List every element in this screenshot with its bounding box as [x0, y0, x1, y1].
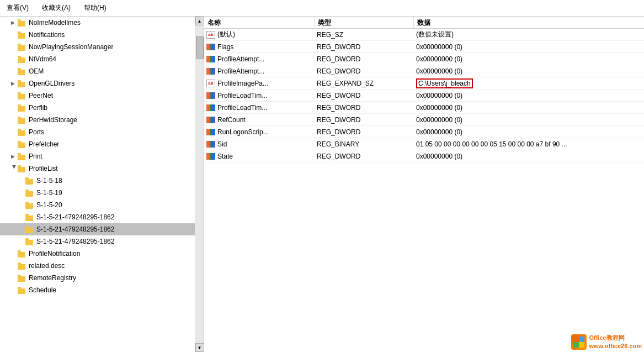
- table-row-profileloadtime1[interactable]: ProfileLoadTim... REG_DWORD 0x00000000 (…: [204, 90, 644, 102]
- table-row-flags[interactable]: Flags REG_DWORD 0x00000000 (0): [204, 41, 644, 53]
- tree-item-s1520[interactable]: S-1-5-20: [0, 199, 195, 211]
- tree-label: Prefetcher: [29, 140, 59, 148]
- folder-icon: [18, 104, 26, 112]
- tree-item-ntvdm64[interactable]: NtVdm64: [0, 53, 195, 65]
- reg-icon-dword: [206, 104, 215, 112]
- row-name-runlogonscript: RunLogonScrip...: [204, 128, 315, 136]
- row-data-default: (数值未设置): [414, 30, 644, 39]
- folder-icon: [18, 128, 26, 136]
- table-row-profileimagepath[interactable]: ab ProfileImagePa... REG_EXPAND_SZ C:\Us…: [204, 77, 644, 90]
- tree-item-nowplaying[interactable]: NowPlayingSessionManager: [0, 41, 195, 53]
- tree-item-ports[interactable]: Ports: [0, 126, 195, 138]
- row-type-state: REG_DWORD: [315, 153, 414, 160]
- tree-label: PerHwIdStorage: [29, 116, 77, 124]
- tree-item-schedule[interactable]: Schedule: [0, 284, 195, 296]
- row-type-profileloadtime1: REG_DWORD: [315, 92, 414, 99]
- folder-icon: [25, 238, 34, 245]
- row-name-label: ProfileLoadTim...: [217, 104, 267, 112]
- folder-icon: [18, 153, 26, 160]
- expand-arrow-profilelist: ▶: [12, 165, 17, 172]
- folder-icon: [25, 189, 34, 197]
- folder-icon: [18, 140, 26, 148]
- branding: Office教程网 www.office26.com: [571, 334, 642, 350]
- tree-label: S-1-5-21-479248295-1862: [36, 225, 114, 233]
- scroll-up-arrow[interactable]: ▲: [195, 17, 204, 25]
- svg-rect-2: [211, 44, 214, 50]
- table-row-sid[interactable]: Sid REG_BINARY 01 05 00 00 00 00 00 00 0…: [204, 138, 644, 150]
- expand-arrow: ▶: [11, 20, 18, 25]
- tree-item-s1519[interactable]: S-1-5-19: [0, 187, 195, 199]
- table-row-profileattempt2[interactable]: ProfileAttempt... REG_DWORD 0x00000000 (…: [204, 65, 644, 77]
- tree-label: S-1-5-19: [36, 189, 62, 197]
- tree-item-peernet[interactable]: PeerNet: [0, 90, 195, 102]
- row-name-label: Sid: [217, 140, 227, 148]
- scroll-thumb[interactable]: [196, 36, 204, 59]
- tree-item-perflib[interactable]: Perflib: [0, 102, 195, 114]
- tree-item-relateddesc[interactable]: related.desc: [0, 260, 195, 272]
- tree-item-noime[interactable]: ▶ NoImeModelImes: [0, 17, 195, 29]
- tree-item-profilelist[interactable]: ▶ ProfileList: [0, 162, 195, 175]
- tree-item-notifications[interactable]: Notifications: [0, 29, 195, 41]
- reg-icon-dword: [206, 128, 215, 136]
- svg-rect-24: [206, 129, 209, 135]
- tree-label: Notifications: [29, 31, 65, 39]
- reg-icon-ab: ab: [206, 80, 215, 87]
- table-row-runlogonscript[interactable]: RunLogonScrip... REG_DWORD 0x00000000 (0…: [204, 126, 644, 138]
- tree-item-perhwld[interactable]: PerHwIdStorage: [0, 114, 195, 126]
- tree-item-oem[interactable]: OEM: [0, 65, 195, 77]
- folder-icon: [18, 43, 26, 51]
- values-panel: 名称 类型 数据 ab (默认) REG_SZ (数值未设置): [204, 17, 644, 352]
- menu-favorites[interactable]: 收藏夹(A): [40, 2, 73, 14]
- row-name-label: ProfileAttempt...: [217, 55, 264, 63]
- tree-label: Perflib: [29, 104, 47, 112]
- row-data-flags: 0x00000000 (0): [414, 43, 644, 51]
- table-row-default[interactable]: ab (默认) REG_SZ (数值未设置): [204, 29, 644, 41]
- tree-label: Print: [29, 153, 42, 160]
- table-row-profileloadtime2[interactable]: ProfileLoadTim... REG_DWORD 0x00000000 (…: [204, 102, 644, 114]
- tree-scroll[interactable]: ▶ NoImeModelImes Notifications NowPlayin…: [0, 17, 195, 352]
- tree-scrollbar[interactable]: ▲ ▼: [195, 17, 204, 352]
- table-row-refcount[interactable]: RefCount REG_DWORD 0x00000000 (0): [204, 114, 644, 126]
- col-header-data: 数据: [414, 17, 644, 28]
- tree-label: RemoteRegistry: [29, 274, 76, 282]
- row-data-refcount: 0x00000000 (0): [414, 116, 644, 124]
- tree-item-s152147921[interactable]: S-1-5-21-479248295-1862: [0, 211, 195, 223]
- main-layout: ▶ NoImeModelImes Notifications NowPlayin…: [0, 17, 644, 352]
- tree-item-opengl[interactable]: ▶ OpenGLDrivers: [0, 77, 195, 90]
- tree-item-s152147923[interactable]: S-1-5-21-479248295-1862: [0, 235, 195, 248]
- table-row-profileattempt1[interactable]: ProfileAttempt... REG_DWORD 0x00000000 (…: [204, 53, 644, 65]
- folder-icon: [25, 213, 34, 221]
- tree-item-profilenotif[interactable]: ProfileNotification: [0, 248, 195, 260]
- scroll-track[interactable]: [196, 25, 204, 343]
- svg-rect-31: [214, 141, 215, 148]
- tree-label: ProfileList: [29, 165, 58, 172]
- tree-label: ProfileNotification: [29, 250, 80, 258]
- folder-icon: [18, 80, 26, 87]
- tree-label: OpenGLDrivers: [29, 80, 74, 87]
- tree-item-prefetcher[interactable]: Prefetcher: [0, 138, 195, 150]
- scroll-down-arrow[interactable]: ▼: [195, 343, 204, 352]
- tree-item-s152147922-selected[interactable]: S-1-5-21-479248295-1862: [0, 223, 195, 235]
- svg-rect-36: [573, 337, 579, 342]
- svg-rect-23: [214, 117, 215, 123]
- row-type-profileattempt2: REG_DWORD: [315, 67, 414, 75]
- tree-label: NowPlayingSessionManager: [29, 43, 113, 51]
- row-name-profileloadtime2: ProfileLoadTim...: [204, 104, 315, 112]
- values-table: 名称 类型 数据 ab (默认) REG_SZ (数值未设置): [204, 17, 644, 352]
- row-data-runlogonscript: 0x00000000 (0): [414, 128, 644, 136]
- table-row-state[interactable]: State REG_DWORD 0x00000000 (0): [204, 150, 644, 162]
- tree-item-s1518[interactable]: S-1-5-18: [0, 175, 195, 187]
- row-data-profileattempt1: 0x00000000 (0): [414, 55, 644, 63]
- svg-rect-14: [211, 92, 214, 99]
- tree-item-remoteregistry[interactable]: RemoteRegistry: [0, 272, 195, 284]
- menu-view[interactable]: 查看(V): [4, 2, 31, 14]
- menu-help[interactable]: 帮助(H): [82, 2, 109, 14]
- svg-rect-3: [214, 44, 215, 50]
- brand-line1: Office教程网: [589, 334, 642, 342]
- svg-rect-28: [206, 141, 209, 148]
- svg-rect-13: [209, 92, 211, 99]
- tree-item-print[interactable]: ▶ Print: [0, 150, 195, 162]
- row-data-profileattempt2: 0x00000000 (0): [414, 67, 644, 75]
- brand-text: Office教程网 www.office26.com: [589, 334, 642, 350]
- folder-icon: [25, 225, 34, 233]
